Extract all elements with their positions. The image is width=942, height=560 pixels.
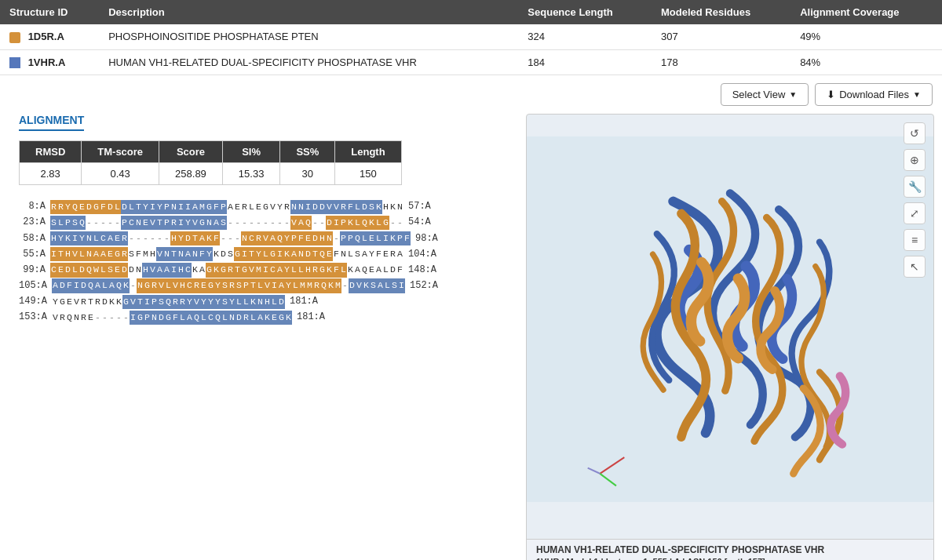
seq-char: E <box>271 311 278 325</box>
seq-char: R <box>172 295 179 309</box>
stats-value: 2.83 <box>20 163 82 185</box>
coverage-cell: 49% <box>790 24 942 49</box>
seq-char: - <box>283 216 290 230</box>
stats-value: 150 <box>335 163 401 185</box>
seq-char: Y <box>255 247 262 261</box>
seq-char: E <box>200 278 207 293</box>
protein-structure-svg <box>527 115 933 524</box>
seq-char: D <box>236 311 243 325</box>
seq-char: L <box>165 278 172 293</box>
structure-row-0[interactable]: 1D5R.A PHOSPHOINOSITIDE PHOSPHATASE PTEN… <box>0 24 942 49</box>
seq-char: E <box>368 263 375 277</box>
seq-char: P <box>243 278 250 293</box>
seq-char: A <box>156 263 163 277</box>
seq-char: I <box>177 200 184 214</box>
seq-char: A <box>108 278 115 293</box>
seq-char: T <box>156 216 163 230</box>
seq-char: H <box>319 231 326 245</box>
seq-char: - <box>107 216 114 230</box>
col-header-structure-id: Structure ID <box>0 0 99 24</box>
seq-char: A <box>354 263 361 277</box>
select-view-button[interactable]: Select View ▼ <box>721 83 809 106</box>
seq-char: N <box>241 231 248 245</box>
seq-char: A <box>186 311 193 325</box>
seq-char: E <box>234 200 241 214</box>
seq-char: L <box>354 200 361 214</box>
protein-viewer[interactable]: ↺ ⊕ 🔧 ⤢ ≡ ↖ <box>526 114 934 560</box>
expand-button[interactable]: ⤢ <box>904 202 926 224</box>
seq-char: S <box>354 247 361 261</box>
seq-char: K <box>264 311 271 325</box>
seq-char: K <box>283 247 290 261</box>
cursor-button[interactable]: ↖ <box>904 256 926 278</box>
seq-char: Y <box>177 231 184 245</box>
seq-char: - <box>319 216 326 230</box>
seq-char: L <box>93 231 100 245</box>
seq-char: D <box>349 278 356 293</box>
seq-char: E <box>107 247 114 261</box>
seq-char: Y <box>52 295 59 309</box>
seq-char: G <box>165 311 172 325</box>
seq-char: G <box>269 247 276 261</box>
seq-char: S <box>128 247 135 261</box>
seq-char: Y <box>214 278 221 293</box>
seq-char: A <box>361 247 368 261</box>
seq-char: P <box>347 231 354 245</box>
seq-char: T <box>137 295 144 309</box>
seq-char: Q <box>320 278 327 293</box>
globe-button[interactable]: ⊕ <box>904 149 926 171</box>
seq-char: Y <box>57 231 64 245</box>
seq-char: N <box>137 278 144 293</box>
seq-char: F <box>66 278 73 293</box>
seq-char: - <box>389 216 396 230</box>
seq-char: N <box>135 216 142 230</box>
alignment-row: 55:AITHVLNAAEGRSFMHVNTNANFYKDSGITYLGIKAN… <box>19 247 507 262</box>
seq-right-label: 181:A <box>292 310 325 325</box>
refresh-button[interactable]: ↺ <box>904 122 926 144</box>
seq-char: L <box>354 216 361 230</box>
seq-char: L <box>361 231 368 245</box>
seq-char: Q <box>214 311 221 325</box>
seq-char: Q <box>86 263 93 277</box>
seq-char: L <box>384 278 391 293</box>
seq-char: S <box>370 278 377 293</box>
structure-id-cell: 1VHR.A <box>0 49 99 75</box>
seq-char: A <box>107 231 114 245</box>
seq-char: S <box>221 295 228 309</box>
seq-char: H <box>305 263 312 277</box>
download-files-button[interactable]: ⬇ Download Files ▼ <box>815 83 933 106</box>
left-panel: ALIGNMENT RMSDTM-scoreScoreSI%SS%Length … <box>0 114 526 560</box>
seq-char: A <box>93 247 100 261</box>
seq-right-label: 181:A <box>285 294 318 309</box>
seq-char: V <box>52 311 59 325</box>
seq-char: E <box>382 247 389 261</box>
layers-button[interactable]: ≡ <box>904 229 926 251</box>
wrench-button[interactable]: 🔧 <box>904 176 926 198</box>
seq-char: N <box>298 247 305 261</box>
seq-char: V <box>71 247 78 261</box>
seq-char: E <box>142 216 149 230</box>
seq-char: A <box>278 278 285 293</box>
seq-char: L <box>250 311 257 325</box>
seq-left-label: 58:A <box>19 231 50 246</box>
toolbar: Select View ▼ ⬇ Download Files ▼ <box>0 75 942 114</box>
seq-char: H <box>50 231 57 245</box>
seq-char: L <box>114 200 121 214</box>
seq-char: P <box>163 200 170 214</box>
seq-char: E <box>305 231 312 245</box>
structure-row-1[interactable]: 1VHR.A HUMAN VH1-RELATED DUAL-SPECIFICIT… <box>0 49 942 75</box>
seq-char: H <box>170 231 177 245</box>
viewer-detail: 1VHR | Model 1 | Instance 1_555 | A | AS… <box>536 557 924 560</box>
seq-char: R <box>57 200 64 214</box>
seq-char: Y <box>283 231 290 245</box>
seq-char: - <box>234 231 241 245</box>
seq-char: A <box>163 263 170 277</box>
seq-characters: CEDLDQWLSEDDNHVAAIHCKAGKGRTGVMICAYLLHRGK… <box>50 263 403 277</box>
seq-char: P <box>163 216 170 230</box>
seq-char: I <box>71 231 78 245</box>
seq-char: - <box>114 216 121 230</box>
seq-char: T <box>170 247 177 261</box>
seq-char: R <box>193 278 200 293</box>
seq-char: - <box>227 216 234 230</box>
seq-char: F <box>375 247 382 261</box>
